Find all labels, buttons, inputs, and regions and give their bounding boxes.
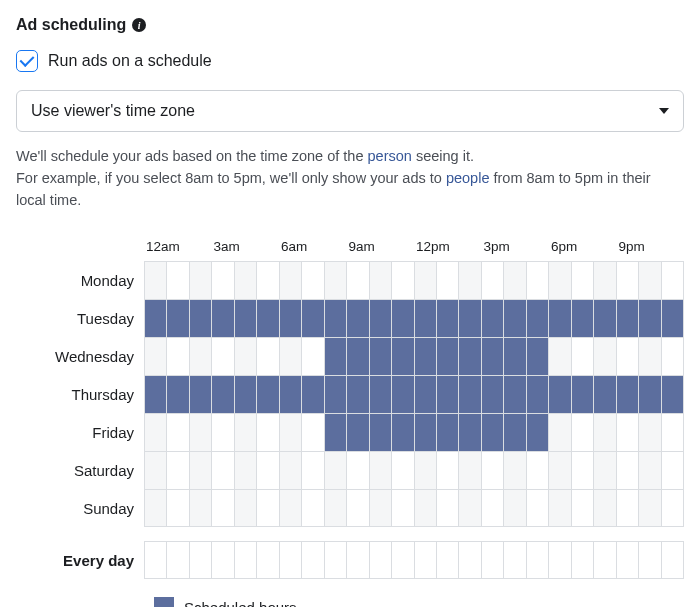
schedule-cell[interactable]: [482, 490, 504, 526]
schedule-cell[interactable]: [527, 338, 549, 375]
schedule-cell[interactable]: [145, 414, 167, 451]
schedule-cell[interactable]: [325, 542, 347, 578]
schedule-cell[interactable]: [370, 490, 392, 526]
schedule-cell[interactable]: [280, 300, 302, 337]
schedule-cell[interactable]: [504, 376, 526, 413]
schedule-cell[interactable]: [549, 414, 571, 451]
schedule-cell[interactable]: [257, 262, 279, 299]
schedule-cell[interactable]: [594, 376, 616, 413]
schedule-cell[interactable]: [662, 452, 684, 489]
schedule-cell[interactable]: [459, 338, 481, 375]
schedule-cell[interactable]: [415, 338, 437, 375]
schedule-cell[interactable]: [190, 262, 212, 299]
schedule-cell[interactable]: [617, 338, 639, 375]
schedule-cell[interactable]: [482, 542, 504, 578]
schedule-cell[interactable]: [235, 542, 257, 578]
schedule-cell[interactable]: [662, 490, 684, 526]
schedule-cell[interactable]: [617, 542, 639, 578]
schedule-cell[interactable]: [415, 262, 437, 299]
schedule-cell[interactable]: [145, 452, 167, 489]
schedule-cell[interactable]: [325, 262, 347, 299]
schedule-cell[interactable]: [617, 490, 639, 526]
schedule-cell[interactable]: [190, 300, 212, 337]
schedule-cell[interactable]: [504, 262, 526, 299]
schedule-cell[interactable]: [482, 262, 504, 299]
schedule-cell[interactable]: [594, 542, 616, 578]
schedule-cell[interactable]: [572, 376, 594, 413]
schedule-cell[interactable]: [257, 376, 279, 413]
schedule-cell[interactable]: [167, 300, 189, 337]
schedule-cell[interactable]: [392, 414, 414, 451]
schedule-cell[interactable]: [257, 300, 279, 337]
schedule-cell[interactable]: [280, 262, 302, 299]
schedule-cell[interactable]: [392, 262, 414, 299]
schedule-cell[interactable]: [662, 338, 684, 375]
schedule-cell[interactable]: [235, 338, 257, 375]
schedule-cell[interactable]: [145, 338, 167, 375]
schedule-cell[interactable]: [415, 414, 437, 451]
schedule-cell[interactable]: [257, 414, 279, 451]
schedule-cell[interactable]: [504, 452, 526, 489]
schedule-cell[interactable]: [572, 490, 594, 526]
schedule-cell[interactable]: [482, 338, 504, 375]
schedule-cell[interactable]: [482, 300, 504, 337]
schedule-cell[interactable]: [482, 376, 504, 413]
schedule-cell[interactable]: [212, 490, 234, 526]
schedule-cell[interactable]: [212, 542, 234, 578]
schedule-cell[interactable]: [325, 490, 347, 526]
schedule-cell[interactable]: [437, 452, 459, 489]
schedule-cell[interactable]: [549, 490, 571, 526]
schedule-cell[interactable]: [572, 452, 594, 489]
schedule-cell[interactable]: [190, 452, 212, 489]
schedule-cell[interactable]: [235, 300, 257, 337]
schedule-cell[interactable]: [302, 376, 324, 413]
schedule-cell[interactable]: [549, 376, 571, 413]
timezone-select[interactable]: Use viewer's time zone: [16, 90, 684, 132]
schedule-cell[interactable]: [370, 452, 392, 489]
schedule-cell[interactable]: [302, 262, 324, 299]
schedule-cell[interactable]: [280, 376, 302, 413]
schedule-cell[interactable]: [212, 338, 234, 375]
schedule-cell[interactable]: [572, 262, 594, 299]
schedule-cell[interactable]: [639, 414, 661, 451]
schedule-cell[interactable]: [617, 452, 639, 489]
schedule-cell[interactable]: [302, 452, 324, 489]
schedule-cell[interactable]: [257, 452, 279, 489]
schedule-cell[interactable]: [437, 262, 459, 299]
schedule-cell[interactable]: [459, 414, 481, 451]
schedule-cell[interactable]: [280, 490, 302, 526]
schedule-cell[interactable]: [370, 300, 392, 337]
schedule-cell[interactable]: [257, 542, 279, 578]
schedule-cell[interactable]: [639, 452, 661, 489]
schedule-cell[interactable]: [302, 338, 324, 375]
schedule-cell[interactable]: [594, 300, 616, 337]
schedule-cell[interactable]: [459, 490, 481, 526]
schedule-cell[interactable]: [572, 300, 594, 337]
schedule-cell[interactable]: [302, 542, 324, 578]
schedule-cell[interactable]: [347, 414, 369, 451]
schedule-cell[interactable]: [235, 376, 257, 413]
schedule-cell[interactable]: [459, 262, 481, 299]
schedule-cell[interactable]: [527, 376, 549, 413]
schedule-cell[interactable]: [662, 414, 684, 451]
schedule-cell[interactable]: [572, 414, 594, 451]
schedule-cell[interactable]: [325, 452, 347, 489]
schedule-cell[interactable]: [347, 452, 369, 489]
schedule-cell[interactable]: [212, 262, 234, 299]
schedule-cell[interactable]: [549, 262, 571, 299]
schedule-cell[interactable]: [280, 452, 302, 489]
schedule-cell[interactable]: [235, 414, 257, 451]
schedule-cell[interactable]: [392, 300, 414, 337]
schedule-cell[interactable]: [235, 452, 257, 489]
schedule-cell[interactable]: [167, 490, 189, 526]
schedule-cell[interactable]: [527, 452, 549, 489]
schedule-cell[interactable]: [302, 490, 324, 526]
schedule-cell[interactable]: [549, 338, 571, 375]
schedule-cell[interactable]: [527, 262, 549, 299]
schedule-cell[interactable]: [527, 542, 549, 578]
schedule-cell[interactable]: [459, 376, 481, 413]
schedule-cell[interactable]: [617, 300, 639, 337]
schedule-cell[interactable]: [504, 300, 526, 337]
schedule-cell[interactable]: [617, 376, 639, 413]
schedule-cell[interactable]: [280, 542, 302, 578]
